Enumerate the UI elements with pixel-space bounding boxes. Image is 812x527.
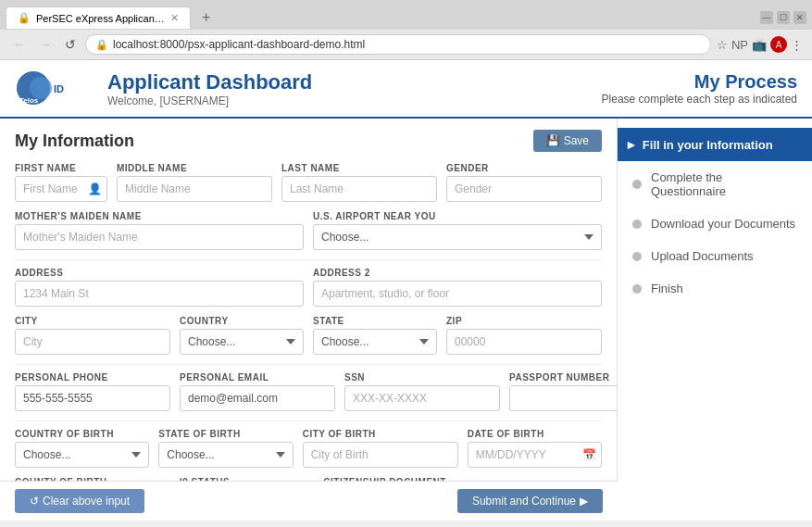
divider-2 [15,364,602,365]
country-birth-label: Country of Birth [15,429,149,439]
tab-close-icon[interactable]: ✕ [170,12,179,24]
country-birth-field: Country of Birth Choose... [15,429,149,468]
email-input[interactable] [180,385,335,411]
country-select[interactable]: Choose... [180,329,304,355]
gender-label: Gender [446,163,602,173]
sidebar-label-upload: Upload Documents [651,249,754,263]
telos-logo: Telos ID [15,68,98,109]
birth-row1: Country of Birth Choose... State of Birt… [15,429,602,468]
window-controls: — ☐ ✕ [760,11,806,24]
ssn-input[interactable] [344,385,500,411]
forward-button[interactable]: → [35,35,56,54]
address-field: Address [15,268,304,307]
address-actions: ☆ NP 📺 A ⋮ [717,36,803,53]
airport-select[interactable]: Choose... [313,224,602,250]
mothers-maiden-field: Mother's Maiden Name [15,211,304,250]
close-button[interactable]: ✕ [793,11,806,24]
date-birth-field: Date of Birth 📅 [468,429,602,468]
country-label: Country [180,316,304,326]
logo-area: Telos ID Applicant Dashboard Welcome, [U… [15,68,312,109]
sidebar-item-upload[interactable]: Upload Documents [618,240,812,272]
city-birth-input[interactable] [303,442,458,468]
gender-input[interactable] [446,176,602,202]
last-name-input[interactable] [281,176,437,202]
contact-row: Personal Phone Personal Email SSN Passpo… [15,372,602,411]
submit-button[interactable]: Submit and Continue ▶ [457,489,603,513]
active-tab[interactable]: 🔒 PerSEC eXpress Applicant Dash... ✕ [6,6,191,29]
form-footer: ↺ Clear above input Submit and Continue … [0,481,618,521]
tab-bar: 🔒 PerSEC eXpress Applicant Dash... ✕ + —… [0,0,812,30]
save-icon: 💾 [546,134,560,147]
phone-field: Personal Phone [15,372,170,411]
divider-3 [15,420,602,421]
maximize-button[interactable]: ☐ [777,11,790,24]
lock-icon: 🔒 [95,39,108,51]
city-country-row: City Country Choose... State Choose... [15,316,602,355]
mothers-maiden-input[interactable] [15,224,304,250]
new-tab-button[interactable]: + [194,6,218,30]
arrow-right-icon: ▶ [580,495,588,508]
email-field: Personal Email [180,372,335,411]
sidebar-dot-upload [632,252,642,261]
sidebar-item-finish[interactable]: Finish [618,272,812,305]
main-content: My Information 💾 Save First Name 👤 [0,119,812,521]
app-subtitle: Welcome, [USERNAME] [107,94,312,107]
state-select[interactable]: Choose... [313,329,437,355]
email-label: Personal Email [180,372,335,383]
address2-label: Address 2 [313,268,602,278]
app-header: Telos ID Applicant Dashboard Welcome, [U… [0,60,812,119]
sidebar-label-fill-info: Fill in your Information [643,138,773,152]
url-text: localhost:8000/psx-applicant-dashboard-d… [113,38,365,51]
address2-input[interactable] [313,281,602,307]
address-bar: ← → ↺ 🔒 localhost:8000/psx-applicant-das… [0,30,812,59]
calendar-icon[interactable]: 📅 [582,448,596,461]
form-container: My Information 💾 Save First Name 👤 [0,119,618,521]
save-button[interactable]: 💾 Save [533,130,602,152]
menu-icon[interactable]: ⋮ [791,38,803,52]
cast-icon[interactable]: 📺 [752,38,767,52]
first-name-label: First Name [15,163,107,173]
city-field: City [15,316,170,355]
reload-button[interactable]: ↺ [61,35,80,54]
sidebar-dot-finish [632,284,642,294]
bookmark-icon[interactable]: ☆ [717,38,728,52]
address-label: Address [15,268,304,278]
url-bar[interactable]: 🔒 localhost:8000/psx-applicant-dashboard… [85,34,711,55]
country-birth-select[interactable]: Choose... [15,442,149,468]
state-birth-select[interactable]: Choose... [158,442,293,468]
zip-label: Zip [446,316,602,326]
ssn-label: SSN [344,372,500,383]
app-title: Applicant Dashboard [107,70,312,94]
sidebar-item-fill-info[interactable]: ► Fill in your Information [618,128,812,161]
avatar-icon[interactable]: A [770,36,787,53]
maiden-airport-row: Mother's Maiden Name U.S. Airport Near Y… [15,211,602,250]
city-birth-label: City of Birth [303,429,458,439]
city-input[interactable] [15,329,170,355]
svg-text:ID: ID [54,83,64,94]
form-panel: My Information 💾 Save First Name 👤 [0,119,618,481]
sidebar-item-download[interactable]: Download your Documents [618,207,812,240]
app: Telos ID Applicant Dashboard Welcome, [U… [0,60,812,521]
city-birth-field: City of Birth [303,429,458,468]
sidebar-dot-questionnaire [632,180,642,189]
zip-input[interactable] [446,329,602,355]
profile-icon[interactable]: NP [731,38,748,52]
passport-input[interactable] [509,385,618,411]
my-process-title: My Process [602,71,797,93]
address-input[interactable] [15,281,304,307]
sidebar-item-questionnaire[interactable]: Complete the Questionnaire [618,161,812,207]
state-birth-label: State of Birth [158,429,293,439]
address2-field: Address 2 [313,268,602,307]
sidebar-label-finish: Finish [651,282,683,295]
last-name-label: Last Name [281,163,437,173]
clear-icon: ↺ [30,495,39,508]
middle-name-input[interactable] [117,176,272,202]
airport-field: U.S. Airport Near You Choose... [313,211,602,250]
back-button[interactable]: ← [9,35,30,54]
phone-input[interactable] [15,385,170,411]
address-row: Address Address 2 [15,268,602,307]
clear-button[interactable]: ↺ Clear above input [15,489,144,513]
section-title: My Information [15,132,134,151]
passport-label: Passport Number [509,372,618,383]
minimize-button[interactable]: — [760,11,773,24]
